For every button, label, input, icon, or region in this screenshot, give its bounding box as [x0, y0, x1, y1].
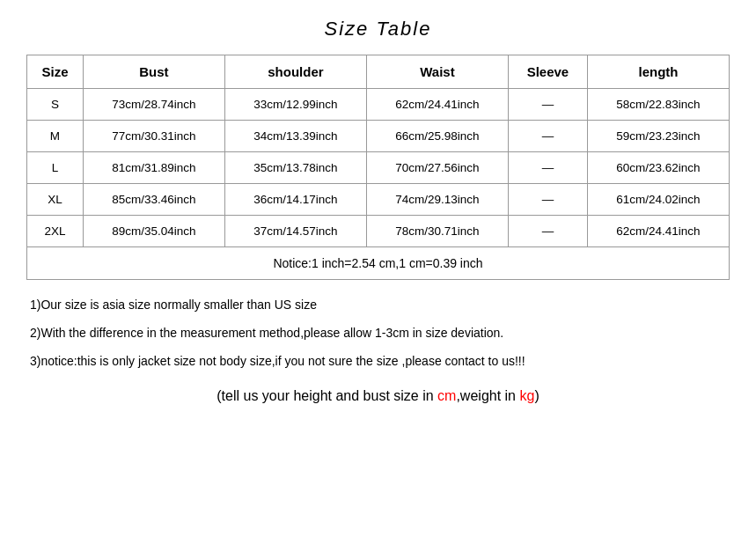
table-cell: 59cm/23.23inch — [587, 121, 729, 152]
header-bust: Bust — [83, 55, 224, 89]
table-cell: 37cm/14.57inch — [224, 216, 366, 247]
table-cell: 35cm/13.78inch — [224, 152, 366, 184]
notes-section: 1)Our size is asia size normally smaller… — [26, 292, 730, 410]
last-note-middle: ,weight in — [456, 388, 519, 403]
table-cell: 62cm/24.41inch — [587, 216, 729, 247]
table-row: 2XL89cm/35.04inch37cm/14.57inch78cm/30.7… — [27, 216, 730, 247]
page-title: Size Table — [26, 18, 730, 40]
table-cell: 81cm/31.89inch — [83, 152, 224, 184]
table-cell: 70cm/27.56inch — [366, 152, 508, 184]
table-row: S73cm/28.74inch33cm/12.99inch62cm/24.41i… — [27, 89, 730, 121]
table-cell: — — [508, 184, 587, 216]
table-cell: — — [508, 152, 587, 184]
table-cell: L — [27, 152, 84, 184]
table-cell: 66cm/25.98inch — [366, 121, 508, 152]
table-cell: — — [508, 121, 587, 152]
header-shoulder: shoulder — [224, 55, 366, 89]
last-note-suffix: ) — [534, 388, 539, 403]
table-row: M77cm/30.31inch34cm/13.39inch66cm/25.98i… — [27, 121, 730, 152]
table-cell: 73cm/28.74inch — [83, 89, 224, 121]
table-cell: 34cm/13.39inch — [224, 121, 366, 152]
table-cell: 78cm/30.71inch — [366, 216, 508, 247]
table-cell: — — [508, 89, 587, 121]
table-cell: 62cm/24.41inch — [366, 89, 508, 121]
table-cell: 89cm/35.04inch — [83, 216, 224, 247]
table-cell: — — [508, 216, 587, 247]
table-cell: 74cm/29.13inch — [366, 184, 508, 216]
header-sleeve: Sleeve — [508, 55, 587, 89]
table-cell: XL — [27, 184, 84, 216]
notice-row: Notice:1 inch=2.54 cm,1 cm=0.39 inch — [27, 247, 730, 280]
last-note-cm: cm — [437, 388, 456, 403]
table-cell: 33cm/12.99inch — [224, 89, 366, 121]
header-length: length — [587, 55, 729, 89]
header-waist: Waist — [366, 55, 508, 89]
table-cell: 36cm/14.17inch — [224, 184, 366, 216]
table-cell: M — [27, 121, 84, 152]
table-cell: 58cm/22.83inch — [587, 89, 729, 121]
table-header-row: Size Bust shoulder Waist Sleeve length — [27, 55, 730, 89]
size-table: Size Bust shoulder Waist Sleeve length S… — [26, 55, 730, 280]
table-row: XL85cm/33.46inch36cm/14.17inch74cm/29.13… — [27, 184, 730, 216]
last-note-kg: kg — [519, 388, 534, 403]
table-row: L81cm/31.89inch35cm/13.78inch70cm/27.56i… — [27, 152, 730, 184]
table-cell: 85cm/33.46inch — [83, 184, 224, 216]
note-1: 1)Our size is asia size normally smaller… — [30, 292, 726, 317]
last-note-prefix: (tell us your height and bust size in — [217, 388, 437, 403]
last-note: (tell us your height and bust size in cm… — [30, 382, 726, 410]
table-cell: 61cm/24.02inch — [587, 184, 729, 216]
table-cell: S — [27, 89, 84, 121]
table-cell: 60cm/23.62inch — [587, 152, 729, 184]
table-cell: 2XL — [27, 216, 84, 247]
header-size: Size — [27, 55, 84, 89]
table-cell: 77cm/30.31inch — [83, 121, 224, 152]
notice-text: Notice:1 inch=2.54 cm,1 cm=0.39 inch — [27, 247, 730, 280]
note-3: 3)notice:this is only jacket size not bo… — [30, 349, 726, 373]
note-2: 2)With the difference in the measurement… — [30, 320, 726, 345]
